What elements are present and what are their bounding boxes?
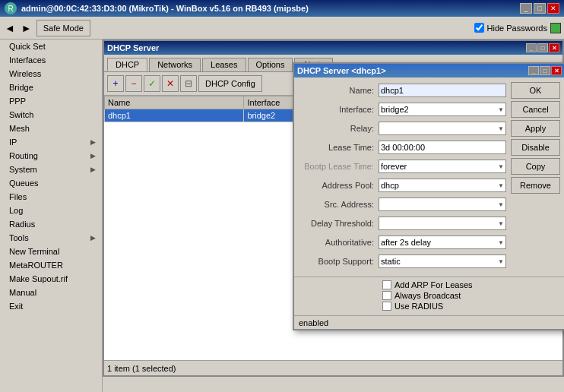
dialog-title-bar: DHCP Server <dhcp1> _ □ ✕ xyxy=(294,64,564,77)
srcaddress-arrow-icon: ▼ xyxy=(498,201,504,208)
hide-passwords-label: Hide Passwords xyxy=(487,24,547,33)
leasetime-label: Lease Time: xyxy=(299,143,379,152)
dialog-status-bar: enabled xyxy=(294,315,564,329)
interface-row: Interface: bridge2 ▼ xyxy=(299,101,506,118)
sidebar-item-metarouter[interactable]: MetaROUTER xyxy=(0,258,102,272)
addarp-checkbox[interactable] xyxy=(382,280,391,289)
delaythreshold-label: Delay Threshold: xyxy=(299,219,379,228)
bootpsupport-row: Bootp Support: static ▼ xyxy=(299,253,506,270)
dhcp-config-button[interactable]: DHCP Config xyxy=(198,75,262,92)
sidebar-item-queues[interactable]: Queues xyxy=(0,176,102,190)
relay-select[interactable]: ▼ xyxy=(379,122,506,135)
remove-button[interactable]: Remove xyxy=(511,177,560,194)
dialog-minimize[interactable]: _ xyxy=(528,66,539,75)
routing-arrow-icon: ▶ xyxy=(90,152,96,160)
lock-icon xyxy=(550,23,561,33)
addresspool-select[interactable]: dhcp ▼ xyxy=(379,179,506,192)
dhcp-window-maximize[interactable]: □ xyxy=(537,43,548,52)
remove-button[interactable]: − xyxy=(125,75,142,92)
title-bar: R admin@00:0C:42:33:D3:00 (MikroTik) - W… xyxy=(0,0,564,17)
button-column: OK Cancel Apply Disable Copy Remove xyxy=(511,82,560,272)
sidebar-item-makesupout[interactable]: Make Supout.rif xyxy=(0,272,102,286)
addresspool-value: dhcp xyxy=(381,181,399,190)
sidebar-item-ppp[interactable]: PPP xyxy=(0,94,102,108)
authoritative-select[interactable]: after 2s delay ▼ xyxy=(379,236,506,249)
sidebar-item-files[interactable]: Files xyxy=(0,190,102,204)
content-area: DHCP Server _ □ ✕ DHCP Networks Leases O… xyxy=(103,40,564,392)
srcaddress-select[interactable]: ▼ xyxy=(379,198,506,211)
apply-button[interactable]: Apply xyxy=(511,120,560,137)
forward-button[interactable]: ► xyxy=(20,22,33,34)
sidebar-item-wireless[interactable]: Wireless xyxy=(0,67,102,81)
leasetime-input[interactable] xyxy=(379,141,506,154)
ok-button[interactable]: OK xyxy=(511,82,560,99)
add-button[interactable]: + xyxy=(107,75,124,92)
sidebar-item-ip[interactable]: IP ▶ xyxy=(0,135,102,149)
authoritative-arrow-icon: ▼ xyxy=(498,239,504,246)
enable-button[interactable]: ✓ xyxy=(144,75,160,92)
sidebar-item-mesh[interactable]: Mesh xyxy=(0,122,102,135)
leasetime-row: Lease Time: xyxy=(299,139,506,156)
dhcp-window-statusbar: 1 item (1 selected) xyxy=(104,360,562,375)
delaythreshold-select[interactable]: ▼ xyxy=(379,217,506,230)
dhcp-dialog: DHCP Server <dhcp1> _ □ ✕ Name: Interfac… xyxy=(293,62,564,330)
tab-dhcp[interactable]: DHCP xyxy=(107,58,147,71)
alwaysbroadcast-checkbox[interactable] xyxy=(382,291,391,300)
close-button[interactable]: ✕ xyxy=(547,3,559,14)
sidebar-item-tools[interactable]: Tools ▶ xyxy=(0,231,102,245)
interface-select[interactable]: bridge2 ▼ xyxy=(379,103,506,116)
dhcp-window-minimize[interactable]: _ xyxy=(526,43,537,52)
tab-networks[interactable]: Networks xyxy=(149,58,201,71)
sidebar-item-radius[interactable]: Radius xyxy=(0,217,102,231)
tab-leases[interactable]: Leases xyxy=(202,58,246,71)
tab-options[interactable]: Options xyxy=(248,58,293,71)
maximize-button[interactable]: □ xyxy=(534,3,546,14)
bootpsupport-arrow-icon: ▼ xyxy=(498,258,504,265)
bootpleasetime-label: Bootp Lease Time: xyxy=(299,162,379,171)
bootpleasetime-arrow-icon: ▼ xyxy=(498,163,504,170)
hide-passwords-checkbox[interactable] xyxy=(474,23,484,33)
dialog-body: Name: Interface: bridge2 ▼ Relay: xyxy=(294,77,564,277)
minimize-button[interactable]: _ xyxy=(520,3,532,14)
system-arrow-icon: ▶ xyxy=(90,166,96,173)
sidebar-item-bridge[interactable]: Bridge xyxy=(0,81,102,94)
safe-mode-button[interactable]: Safe Mode xyxy=(36,20,90,36)
authoritative-label: Authoritative: xyxy=(299,238,379,247)
sidebar-item-system[interactable]: System ▶ xyxy=(0,163,102,176)
disable-button[interactable]: ✕ xyxy=(162,75,179,92)
cell-name: dhcp1 xyxy=(105,109,244,122)
back-button[interactable]: ◄ xyxy=(3,22,17,34)
copy-button[interactable]: Copy xyxy=(511,158,560,175)
addresspool-label: Address Pool: xyxy=(299,181,379,190)
sidebar-item-interfaces[interactable]: Interfaces xyxy=(0,53,102,67)
app-icon: R xyxy=(5,2,17,14)
sidebar-item-newterminal[interactable]: New Terminal xyxy=(0,245,102,258)
sidebar-item-exit[interactable]: Exit xyxy=(0,299,102,313)
dhcp-window-close[interactable]: ✕ xyxy=(549,43,559,52)
dialog-close[interactable]: ✕ xyxy=(551,66,562,75)
title-text: admin@00:0C:42:33:D3:00 (MikroTik) - Win… xyxy=(21,4,309,13)
sidebar-item-log[interactable]: Log xyxy=(0,204,102,217)
ip-arrow-icon: ▶ xyxy=(90,138,96,146)
disable-button[interactable]: Disable xyxy=(511,139,560,156)
srcaddress-label: Src. Address: xyxy=(299,200,379,209)
col-name[interactable]: Name xyxy=(105,96,244,109)
sidebar-item-routing[interactable]: Routing ▶ xyxy=(0,149,102,163)
relay-label: Relay: xyxy=(299,124,379,133)
authoritative-row: Authoritative: after 2s delay ▼ xyxy=(299,234,506,251)
dialog-maximize[interactable]: □ xyxy=(540,66,550,75)
bootpleasetime-value: forever xyxy=(381,162,407,171)
alwaysbroadcast-row: Always Broadcast xyxy=(299,291,560,300)
name-input[interactable] xyxy=(379,84,506,97)
bootpsupport-select[interactable]: static ▼ xyxy=(379,254,506,268)
sidebar-item-switch[interactable]: Switch xyxy=(0,108,102,122)
alwaysbroadcast-label: Always Broadcast xyxy=(394,291,461,300)
filter-button[interactable]: ⊟ xyxy=(180,75,197,92)
useradius-checkbox[interactable] xyxy=(382,302,391,311)
relay-row: Relay: ▼ xyxy=(299,120,506,137)
cancel-button[interactable]: Cancel xyxy=(511,101,560,118)
bootpleasetime-select[interactable]: forever ▼ xyxy=(379,160,506,173)
sidebar-item-quickset[interactable]: Quick Set xyxy=(0,40,102,53)
interface-arrow-icon: ▼ xyxy=(498,106,504,113)
sidebar-item-manual[interactable]: Manual xyxy=(0,286,102,299)
